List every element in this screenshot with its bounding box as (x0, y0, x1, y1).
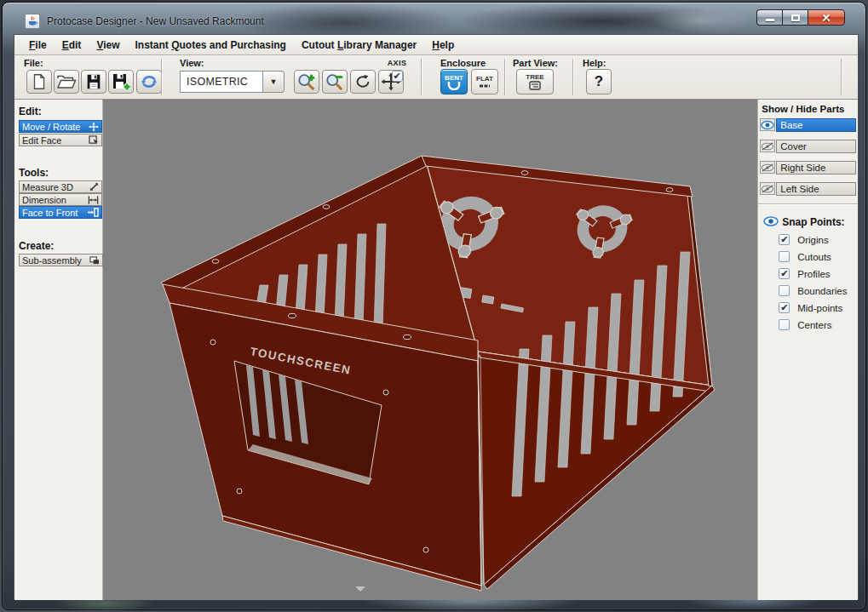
refresh-button[interactable] (136, 70, 162, 94)
viewport-marker[interactable] (355, 586, 365, 592)
help-button[interactable]: ? (586, 69, 612, 94)
part-button-right-side[interactable]: Right Side (776, 161, 856, 174)
axis-label: AXIS (382, 59, 411, 67)
eye-closed-icon (761, 141, 774, 152)
screw-hole (288, 313, 296, 317)
part-view-group-label: Part View: (513, 58, 558, 68)
face-to-front-button[interactable]: Face to Front (19, 206, 102, 219)
flat-view-button[interactable]: FLAT (471, 69, 498, 94)
view-combobox-value[interactable]: ISOMETRIC (180, 71, 263, 93)
left-tool-panel: Edit: Move / Rotate Edit Face (14, 100, 103, 600)
save-as-button[interactable] (108, 70, 134, 94)
maximize-button[interactable] (782, 9, 808, 26)
window-frame: Protocase Designer - New Unsaved Rackmou… (2, 2, 866, 610)
snap-option-centers: Centers (779, 319, 831, 330)
visibility-toggle-base[interactable] (760, 118, 775, 131)
toolbar: File: (14, 55, 858, 100)
snap-option-mid-points: ✔Mid-points (779, 302, 842, 313)
toolbar-separator (841, 59, 842, 95)
rotate-view-button[interactable] (350, 70, 376, 94)
titlebar[interactable]: Protocase Designer - New Unsaved Rackmou… (14, 9, 854, 33)
minimize-button[interactable] (756, 9, 782, 26)
edit-face-icon (89, 135, 99, 145)
screen: Protocase Designer - New Unsaved Rackmou… (0, 0, 868, 612)
snap-option-label: Boundaries (797, 286, 847, 296)
view-group-label: View: (180, 58, 204, 68)
client-area: FileEditViewInstant Quotes and Purchasin… (14, 34, 859, 599)
menu-edit[interactable]: Edit (55, 36, 89, 54)
parts-panel-title: Show / Hide Parts (762, 104, 844, 114)
save-button[interactable] (81, 70, 106, 94)
checkbox-profiles[interactable]: ✔ (779, 268, 790, 279)
close-button[interactable] (808, 9, 845, 26)
snap-option-label: Cutouts (797, 252, 831, 262)
model-canvas: TOUCHSCREEN (103, 100, 759, 600)
move-rotate-button[interactable]: Move / Rotate (19, 120, 102, 133)
panel-divider (758, 203, 858, 204)
menu-bar: FileEditViewInstant Quotes and Purchasin… (14, 35, 858, 55)
checkbox-centers[interactable] (779, 319, 790, 330)
maximize-icon (791, 14, 800, 21)
minimize-icon (766, 19, 774, 21)
checkbox-cutouts[interactable] (779, 251, 790, 262)
parts-panel: Show / Hide Parts BaseCoverRight SideLef… (757, 100, 858, 600)
flat-dash-icon (478, 83, 491, 89)
flat-label: FLAT (476, 75, 493, 83)
axis-toggle: AXIS ✔ (382, 59, 411, 83)
checkbox-mid-points[interactable]: ✔ (779, 302, 790, 313)
snap-visibility-toggle[interactable] (763, 214, 779, 227)
checkbox-origins[interactable]: ✔ (779, 234, 790, 245)
snap-points-label: Snap Points: (782, 216, 844, 228)
screw-hole (212, 260, 219, 264)
tree-view-button[interactable]: TREE (516, 69, 554, 94)
new-icon (30, 72, 49, 91)
sub-assembly-button[interactable]: Sub-assembly (19, 254, 103, 266)
menu-file[interactable]: File (21, 36, 55, 54)
part-button-cover[interactable]: Cover (776, 140, 856, 153)
visibility-toggle-right-side[interactable] (760, 161, 775, 174)
eye-closed-icon (761, 163, 774, 173)
menu-view[interactable]: View (89, 36, 127, 54)
checkbox-boundaries[interactable] (779, 285, 790, 296)
screw-hole (323, 205, 330, 209)
view-combobox[interactable]: ISOMETRIC ▼ (180, 71, 285, 93)
part-button-base[interactable]: Base (776, 118, 856, 132)
java-app-icon (25, 14, 40, 29)
menu-cutout-library-manager[interactable]: Cutout Library Manager (294, 36, 424, 54)
tools-section-label: Tools: (19, 167, 49, 179)
edit-face-button[interactable]: Edit Face (19, 134, 102, 146)
zoom-in-button[interactable] (294, 70, 319, 94)
bent-view-button[interactable]: BENT (440, 69, 468, 94)
tree-icon (529, 81, 541, 90)
sub-assembly-label: Sub-assembly (22, 255, 82, 266)
snap-option-profiles: ✔Profiles (779, 268, 830, 279)
axis-checkbox[interactable]: ✔ (392, 71, 403, 82)
screw-hole (403, 335, 411, 339)
toolbar-separator (421, 59, 422, 95)
part-button-left-side[interactable]: Left Side (776, 182, 856, 196)
save-icon (84, 72, 103, 91)
menu-instant-quotes-and-purchasing[interactable]: Instant Quotes and Purchasing (128, 36, 294, 54)
eye-open-icon (761, 120, 774, 130)
bent-u-icon (447, 82, 461, 90)
enclosure-model[interactable] (161, 156, 715, 591)
main-area: Edit: Move / Rotate Edit Face (14, 100, 858, 600)
move-rotate-icon (89, 122, 99, 132)
open-button[interactable] (54, 70, 79, 94)
dimension-button[interactable]: Dimension (19, 193, 102, 206)
face-to-front-label: Face to Front (22, 208, 78, 218)
zoom-out-icon (325, 71, 345, 92)
file-group-label: File: (24, 58, 43, 68)
menu-help[interactable]: Help (424, 36, 462, 54)
visibility-toggle-cover[interactable] (760, 140, 775, 152)
viewport-3d[interactable]: TOUCHSCREEN (103, 100, 757, 600)
chevron-down-icon[interactable]: ▼ (263, 71, 285, 93)
save-as-icon (111, 72, 131, 91)
zoom-out-button[interactable] (322, 70, 348, 94)
snap-option-cutouts: Cutouts (779, 251, 831, 262)
new-button[interactable] (26, 70, 52, 94)
close-icon (821, 13, 831, 23)
measure-3d-button[interactable]: Measure 3D (19, 180, 102, 193)
move-rotate-label: Move / Rotate (22, 122, 80, 132)
visibility-toggle-left-side[interactable] (760, 182, 775, 195)
